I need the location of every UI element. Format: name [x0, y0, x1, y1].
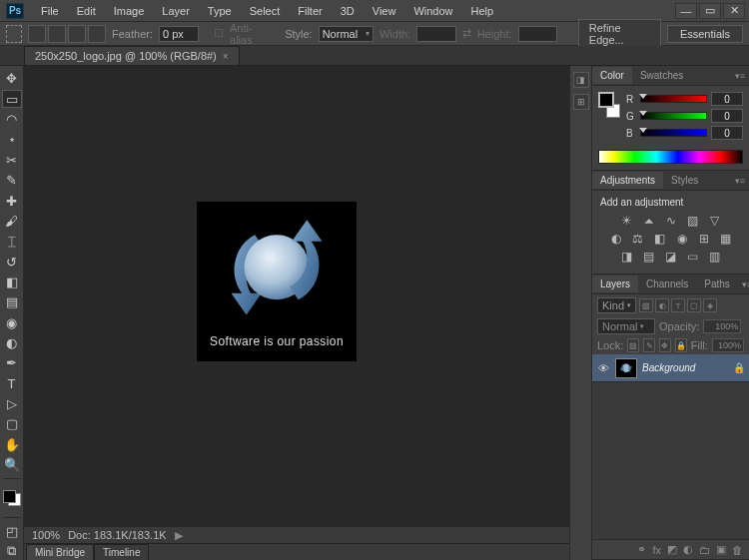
gradient-tool-icon[interactable]: ▤ — [2, 293, 22, 310]
layer-row[interactable]: 👁 Background 🔒 — [592, 354, 749, 382]
filter-type-icon[interactable]: T — [671, 298, 685, 312]
filter-smart-icon[interactable]: ◈ — [703, 298, 717, 312]
adj-gradmap-icon[interactable]: ▭ — [685, 250, 701, 264]
layers-tab[interactable]: Layers — [592, 276, 638, 292]
color-spectrum[interactable] — [598, 150, 743, 164]
paths-tab[interactable]: Paths — [696, 276, 738, 292]
history-brush-icon[interactable]: ↺ — [2, 253, 22, 270]
healing-tool-icon[interactable]: ✚ — [2, 192, 22, 209]
r-slider[interactable] — [640, 95, 707, 103]
sel-intersect-icon[interactable] — [88, 25, 106, 43]
fg-bg-swatch[interactable] — [3, 490, 21, 506]
adj-bw-icon[interactable]: ◧ — [652, 232, 668, 246]
adj-photo-icon[interactable]: ◉ — [674, 232, 690, 246]
opacity-input[interactable]: 100% — [703, 319, 741, 333]
adj-exposure-icon[interactable]: ▨ — [685, 214, 701, 228]
menu-file[interactable]: File — [32, 2, 68, 20]
adjustments-tab[interactable]: Adjustments — [592, 172, 663, 189]
new-layer-icon[interactable]: ▣ — [716, 543, 726, 556]
menu-image[interactable]: Image — [105, 2, 154, 20]
zoom-tool-icon[interactable]: 🔍 — [2, 456, 22, 473]
swatches-tab[interactable]: Swatches — [632, 67, 691, 84]
g-value[interactable]: 0 — [711, 109, 743, 123]
layer-thumbnail[interactable] — [615, 358, 637, 378]
doc-info[interactable]: Doc: 183.1K/183.1K — [68, 529, 166, 541]
adj-threshold-icon[interactable]: ◪ — [663, 250, 679, 264]
menu-type[interactable]: Type — [199, 2, 241, 20]
adj-lookup-icon[interactable]: ▦ — [718, 232, 734, 246]
window-maximize[interactable]: ▭ — [699, 3, 721, 19]
tool-preset-icon[interactable] — [6, 25, 22, 43]
delete-layer-icon[interactable]: 🗑 — [732, 544, 743, 556]
link-layers-icon[interactable]: ⚭ — [637, 543, 646, 556]
menu-select[interactable]: Select — [241, 2, 290, 20]
refine-edge-button[interactable]: Refine Edge... — [578, 19, 661, 49]
b-value[interactable]: 0 — [711, 126, 743, 140]
adj-hue-icon[interactable]: ◐ — [608, 232, 624, 246]
channels-tab[interactable]: Channels — [638, 276, 696, 292]
adj-selcolor-icon[interactable]: ▥ — [707, 250, 723, 264]
g-slider[interactable] — [640, 112, 707, 120]
close-tab-icon[interactable]: × — [223, 51, 229, 62]
menu-window[interactable]: Window — [404, 2, 461, 20]
marquee-tool-icon[interactable]: ▭ — [2, 90, 22, 108]
sel-subtract-icon[interactable] — [68, 25, 86, 43]
crop-tool-icon[interactable]: ✂ — [2, 152, 22, 169]
move-tool-icon[interactable]: ✥ — [2, 70, 22, 87]
adj-curves-icon[interactable]: ∿ — [663, 214, 679, 228]
shape-tool-icon[interactable]: ▢ — [2, 415, 22, 432]
statusbar-flyout-icon[interactable]: ▶ — [175, 529, 183, 542]
brush-tool-icon[interactable]: 🖌 — [2, 213, 22, 230]
sel-new-icon[interactable] — [28, 25, 46, 43]
lock-all-icon[interactable]: 🔒 — [675, 338, 687, 352]
hand-tool-icon[interactable]: ✋ — [2, 435, 22, 452]
window-minimize[interactable]: — — [675, 3, 697, 19]
color-tab[interactable]: Color — [592, 67, 632, 84]
sel-add-icon[interactable] — [48, 25, 66, 43]
adj-invert-icon[interactable]: ◨ — [619, 250, 635, 264]
fill-input[interactable]: 100% — [712, 338, 744, 352]
lock-pos-icon[interactable]: ✥ — [659, 338, 671, 352]
blend-mode-dropdown[interactable]: Normal — [597, 318, 655, 334]
stamp-tool-icon[interactable]: ⌶ — [2, 233, 22, 250]
filter-pixel-icon[interactable]: ▨ — [639, 298, 653, 312]
color-swatch[interactable] — [598, 92, 620, 118]
lock-trans-icon[interactable]: ▨ — [627, 338, 639, 352]
filter-adj-icon[interactable]: ◐ — [655, 298, 669, 312]
mask-icon[interactable]: ◩ — [667, 543, 677, 556]
group-icon[interactable]: 🗀 — [699, 544, 710, 556]
r-value[interactable]: 0 — [711, 92, 743, 106]
menu-help[interactable]: Help — [462, 2, 503, 20]
minibridge-tab[interactable]: Mini Bridge — [26, 544, 94, 561]
lasso-tool-icon[interactable]: ◠ — [2, 111, 22, 128]
b-slider[interactable] — [640, 129, 707, 137]
feather-input[interactable]: 0 px — [159, 26, 199, 42]
type-tool-icon[interactable]: T — [2, 374, 22, 391]
lock-pixels-icon[interactable]: ✎ — [643, 338, 655, 352]
dock-properties-icon[interactable]: ⊞ — [573, 94, 589, 110]
dock-history-icon[interactable]: ◨ — [573, 72, 589, 88]
adj-panel-menu-icon[interactable]: ▾≡ — [731, 176, 749, 186]
adj-layer-icon[interactable]: ◐ — [683, 543, 693, 556]
quickmask-icon[interactable]: ◰ — [2, 522, 22, 539]
layer-name[interactable]: Background — [642, 362, 728, 373]
anti-alias-checkbox[interactable]: ☐ — [214, 27, 224, 40]
document-tab[interactable]: 250x250_logo.jpg @ 100% (RGB/8#) × — [24, 46, 240, 65]
eyedropper-tool-icon[interactable]: ✎ — [2, 172, 22, 189]
dodge-tool-icon[interactable]: ◐ — [2, 334, 22, 351]
blur-tool-icon[interactable]: ◉ — [2, 313, 22, 330]
color-panel-menu-icon[interactable]: ▾≡ — [731, 71, 749, 81]
timeline-tab[interactable]: Timeline — [94, 544, 149, 561]
filter-kind-dropdown[interactable]: Kind — [597, 297, 636, 313]
adj-poster-icon[interactable]: ▤ — [641, 250, 657, 264]
menu-edit[interactable]: Edit — [68, 2, 105, 20]
zoom-level[interactable]: 100% — [32, 529, 60, 541]
canvas[interactable]: Software is our passion — [24, 66, 569, 526]
fx-icon[interactable]: fx — [652, 544, 661, 556]
styles-tab[interactable]: Styles — [663, 172, 706, 189]
adj-vibrance-icon[interactable]: ▽ — [707, 214, 723, 228]
pen-tool-icon[interactable]: ✒ — [2, 354, 22, 371]
adj-levels-icon[interactable]: ⏶ — [641, 214, 657, 228]
path-tool-icon[interactable]: ▷ — [2, 395, 22, 412]
adj-colorbal-icon[interactable]: ⚖ — [630, 232, 646, 246]
